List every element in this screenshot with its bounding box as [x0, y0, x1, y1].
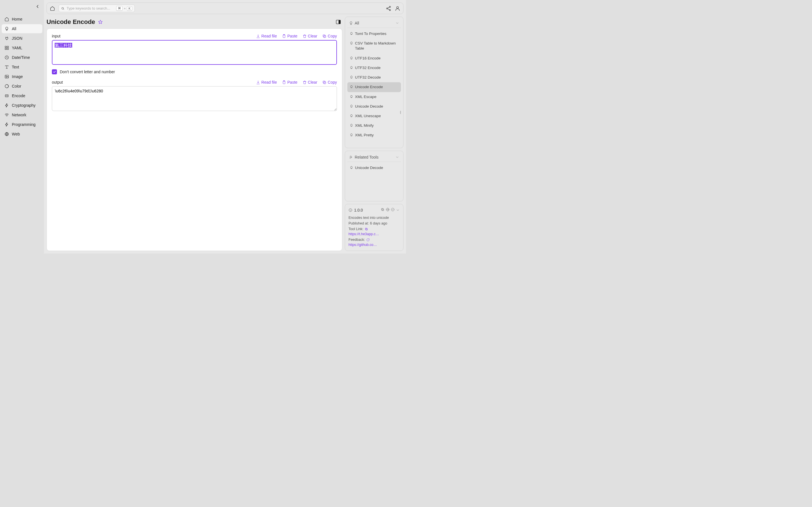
- sidebar-item-label: JSON: [12, 36, 22, 41]
- dont-convert-checkbox[interactable]: [52, 69, 57, 74]
- info-icon: [349, 208, 352, 212]
- globe-button[interactable]: [386, 208, 390, 212]
- wifi-icon: [4, 113, 9, 117]
- related-tool-item[interactable]: Unicode Decode: [347, 163, 401, 173]
- tool-list-item[interactable]: XML Escape: [347, 92, 401, 102]
- scrollbar-thumb[interactable]: [400, 111, 401, 114]
- action-label: Read file: [261, 80, 277, 84]
- collapse-related-button[interactable]: [395, 155, 399, 159]
- tool-list-item[interactable]: Unicode Decode: [347, 102, 401, 111]
- bulb-icon: [4, 26, 9, 31]
- tool-list-item[interactable]: UTF32 Encode: [347, 63, 401, 73]
- svg-rect-19: [324, 36, 326, 38]
- output-clear-button[interactable]: Clear: [303, 80, 317, 84]
- sidebar-item-json[interactable]: JSON: [2, 34, 42, 43]
- all-tools-header: All: [355, 21, 359, 25]
- encode-icon: [4, 94, 9, 98]
- tool-list-item[interactable]: Unicode Encode: [347, 82, 401, 92]
- globe-icon: [4, 132, 9, 136]
- tool-list-item[interactable]: XML Unescape: [347, 111, 401, 121]
- sidebar-item-home[interactable]: Home: [2, 15, 42, 24]
- related-tools-header: Related Tools: [355, 155, 378, 159]
- copy-version-button[interactable]: [380, 208, 385, 212]
- text-icon: [4, 65, 9, 69]
- tool-list-item[interactable]: CSV Table to Markdown Table: [347, 39, 401, 53]
- action-label: Read file: [261, 34, 277, 38]
- svg-rect-31: [365, 228, 367, 230]
- sidebar-item-label: Programming: [12, 122, 36, 127]
- sidebar-item-image[interactable]: Image: [2, 72, 42, 81]
- output-copy-button[interactable]: Copy: [322, 80, 337, 84]
- check-button[interactable]: [391, 208, 395, 212]
- svg-rect-24: [323, 81, 325, 83]
- svg-rect-16: [339, 20, 341, 24]
- action-label: Copy: [327, 34, 337, 38]
- svg-rect-23: [324, 82, 326, 84]
- output-textarea[interactable]: [52, 86, 337, 111]
- share-button[interactable]: [386, 6, 391, 11]
- collapse-info-button[interactable]: [396, 208, 400, 212]
- all-tools-card: All Toml To Properties CSV Table to Mark…: [345, 17, 403, 148]
- svg-rect-26: [382, 209, 384, 211]
- grid-icon: [4, 46, 9, 50]
- tool-list[interactable]: Toml To Properties CSV Table to Markdown…: [347, 29, 401, 145]
- related-tools-card: Related Tools Unicode Decode: [345, 151, 403, 202]
- input-textarea[interactable]: 氦三科技: [52, 40, 337, 65]
- svg-point-14: [397, 6, 399, 8]
- sidebar-item-all[interactable]: All: [2, 24, 42, 33]
- sidebar-item-color[interactable]: Color: [2, 82, 42, 91]
- output-paste-button[interactable]: Paste: [282, 80, 297, 84]
- sidebar-item-label: All: [12, 26, 16, 31]
- search-box[interactable]: ⌘ + K: [59, 4, 135, 12]
- input-label: input: [52, 34, 60, 38]
- collapse-all-button[interactable]: [395, 21, 399, 25]
- output-read-file-button[interactable]: Read file: [256, 80, 277, 84]
- input-paste-button[interactable]: Paste: [282, 34, 297, 38]
- sidebar-item-network[interactable]: Network: [2, 110, 42, 119]
- input-clear-button[interactable]: Clear: [303, 34, 317, 38]
- shortcut-k-key: K: [127, 6, 132, 11]
- search-icon: [61, 6, 64, 10]
- search-input[interactable]: [66, 6, 114, 10]
- tool-list-item[interactable]: Toml To Properties: [347, 29, 401, 39]
- input-read-file-button[interactable]: Read file: [256, 34, 277, 38]
- sidebar-item-label: Date/Time: [12, 55, 30, 60]
- svg-point-29: [391, 208, 395, 211]
- clock-icon: [4, 55, 9, 60]
- topbar: ⌘ + K: [47, 3, 403, 14]
- tool-list-item[interactable]: XML Minify: [347, 121, 401, 130]
- shortcut-cmd-key: ⌘: [116, 6, 123, 11]
- user-button[interactable]: [395, 6, 400, 11]
- sidebar-item-cryptography[interactable]: Cryptography: [2, 101, 42, 110]
- sidebar-item-label: Image: [12, 74, 23, 79]
- sidebar-item-yaml[interactable]: YAML: [2, 43, 42, 52]
- chat-icon: [366, 238, 370, 242]
- tool-list-item[interactable]: XML Pretty: [347, 130, 401, 140]
- tool-link[interactable]: https://t.he3app.co…: [349, 232, 379, 236]
- sidebar-item-label: Web: [12, 132, 20, 136]
- favorite-button[interactable]: [98, 19, 103, 24]
- sidebar-item-datetime[interactable]: Date/Time: [2, 53, 42, 62]
- home-button[interactable]: [50, 6, 55, 11]
- feedback-link[interactable]: https://github.com/…: [349, 243, 379, 247]
- sidebar-collapse-button[interactable]: [35, 4, 40, 9]
- sidebar-item-text[interactable]: Text: [2, 62, 42, 71]
- wrench-icon: [349, 155, 353, 159]
- image-icon: [4, 74, 9, 79]
- sidebar-item-programming[interactable]: Programming: [2, 120, 42, 129]
- input-selected-text: 氦三科技: [55, 43, 72, 48]
- link-icon: [364, 227, 368, 231]
- sidebar-item-web[interactable]: Web: [2, 129, 42, 138]
- version-text: 1.0.0: [354, 208, 363, 212]
- svg-rect-2: [5, 48, 6, 50]
- tool-list-item[interactable]: UTF16 Encode: [347, 54, 401, 63]
- panel-toggle-button[interactable]: [336, 19, 341, 25]
- tool-list-item[interactable]: UTF32 Decode: [347, 73, 401, 82]
- input-copy-button[interactable]: Copy: [322, 34, 337, 38]
- sidebar-item-encode[interactable]: Encode: [2, 91, 42, 100]
- tool-link-label: Tool Link:: [349, 227, 363, 231]
- sidebar-item-label: YAML: [12, 46, 22, 50]
- feedback-label: Feedback:: [349, 238, 365, 242]
- published-value: 6 days ago: [370, 221, 387, 225]
- info-card: 1.0.0 Encodes text into unicode Publishe: [345, 204, 403, 251]
